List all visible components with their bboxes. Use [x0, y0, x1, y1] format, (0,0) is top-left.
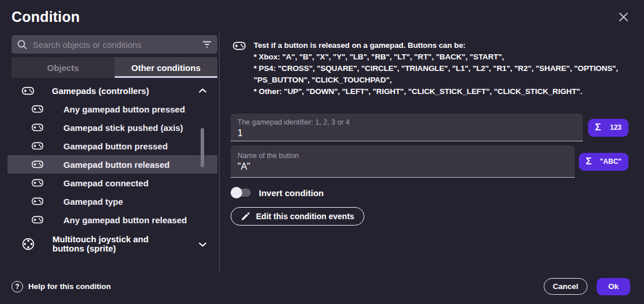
condition-item-gamepad-stick-pushed[interactable]: Gamepad stick pushed (axis) [7, 118, 217, 137]
expression-editor-button-123[interactable]: Σ 123 [588, 119, 628, 137]
gamepad-icon [233, 42, 246, 97]
gamepad-icon [32, 105, 44, 113]
button-name-row: Name of the button Σ "ABC" [231, 145, 632, 178]
field-label: The gamepad identifier: 1, 2, 3 or 4 [238, 118, 576, 126]
condition-item-any-gamepad-button-released[interactable]: Any gamepad button released [7, 211, 217, 229]
multitouch-joystick-icon [22, 238, 35, 250]
ok-button[interactable]: Ok [597, 278, 630, 295]
gamepad-icon [32, 216, 44, 224]
close-icon[interactable] [616, 10, 630, 24]
condition-item-any-gamepad-button-pressed[interactable]: Any gamepad button pressed [7, 100, 217, 118]
description-line: * Other: "UP", "DOWN", "LEFT", "RIGHT", … [254, 86, 618, 97]
invert-condition-row: Invert condition [231, 187, 632, 198]
dialog-body: Search objects or conditions Objects Oth… [0, 32, 644, 271]
condition-item-gamepad-type[interactable]: Gamepad type [7, 192, 217, 211]
gamepad-identifier-row: The gamepad identifier: 1, 2, 3 or 4 Σ 1… [231, 114, 632, 141]
chevron-down-icon[interactable] [198, 242, 207, 247]
dialog-header: Condition [0, 0, 644, 32]
description-line: * Xbox: "A", "B", "X", "Y", "LB", "RB", … [254, 51, 618, 63]
tab-other-conditions-label: Other conditions [131, 63, 201, 73]
expression-kind-label: "ABC" [600, 157, 622, 166]
scrollbar-thumb[interactable] [201, 128, 204, 167]
filter-icon[interactable] [202, 40, 212, 49]
gamepad-icon [32, 142, 44, 150]
tab-objects[interactable]: Objects [12, 57, 115, 78]
group-gamepads[interactable]: Gamepads (controllers) [7, 81, 217, 100]
gamepad-icon [32, 197, 44, 205]
help-label: Help for this condition [28, 282, 111, 291]
description-line: Test if a button is released on a gamepa… [254, 40, 618, 51]
condition-label: Gamepad button released [63, 160, 170, 170]
condition-editor: Test if a button is released on a gamepa… [220, 32, 644, 271]
footer-actions: Cancel Ok [544, 278, 630, 295]
edit-button-label: Edit this condition events [256, 212, 354, 221]
gamepad-identifier-input[interactable] [238, 128, 576, 138]
sigma-icon: Σ [595, 122, 601, 133]
help-link[interactable]: ? Help for this condition [12, 281, 111, 292]
edit-condition-events-button[interactable]: Edit this condition events [231, 207, 364, 226]
group-multitouch-joystick[interactable]: Multitouch joystick and buttons (sprite) [7, 231, 217, 257]
condition-item-gamepad-connected[interactable]: Gamepad connected [7, 174, 217, 192]
condition-dialog: Condition Search objects or conditions [0, 0, 644, 304]
parameter-fields: The gamepad identifier: 1, 2, 3 or 4 Σ 1… [231, 114, 632, 178]
button-name-input[interactable] [238, 162, 568, 172]
cancel-button[interactable]: Cancel [544, 278, 587, 295]
gamepad-icon [32, 160, 44, 168]
condition-label: Gamepad type [63, 197, 123, 207]
condition-item-gamepad-button-pressed[interactable]: Gamepad button pressed [7, 137, 217, 155]
group-label: Multitouch joystick and buttons (sprite) [52, 235, 182, 253]
toggle-thumb [231, 187, 242, 198]
help-icon: ? [12, 281, 23, 292]
condition-label: Gamepad button pressed [63, 141, 168, 151]
tab-objects-label: Objects [47, 63, 79, 73]
button-name-field: Name of the button [231, 145, 575, 178]
conditions-tree: Gamepads (controllers) Any gamepad butto… [7, 81, 217, 257]
group-label: Gamepads (controllers) [52, 86, 149, 96]
search-input[interactable]: Search objects or conditions [12, 35, 217, 54]
gamepad-icon [22, 87, 34, 95]
description-line: * PS4: "CROSS", "SQUARE", "CIRCLE", "TRI… [254, 63, 618, 74]
search-placeholder: Search objects or conditions [33, 40, 202, 50]
gamepad-icon [32, 123, 44, 132]
search-icon [17, 39, 28, 50]
expression-editor-button-abc[interactable]: Σ "ABC" [579, 153, 628, 171]
expression-kind-label: 123 [610, 123, 622, 132]
condition-label: Any gamepad button released [63, 215, 187, 225]
condition-label: Gamepad stick pushed (axis) [63, 123, 183, 133]
pencil-icon [241, 212, 250, 221]
field-label: Name of the button [238, 152, 568, 160]
chevron-up-icon[interactable] [198, 88, 207, 93]
tab-other-conditions[interactable]: Other conditions [115, 57, 218, 78]
description-text: Test if a button is released on a gamepa… [254, 40, 618, 97]
gamepad-icon [32, 179, 44, 187]
sigma-icon: Σ [586, 156, 592, 167]
sidebar-tabs: Objects Other conditions [12, 57, 217, 78]
dialog-footer: ? Help for this condition Cancel Ok [0, 271, 644, 304]
dialog-title: Condition [12, 9, 80, 25]
condition-label: Any gamepad button pressed [63, 104, 185, 114]
conditions-sidebar: Search objects or conditions Objects Oth… [0, 32, 220, 271]
invert-condition-label: Invert condition [259, 188, 324, 198]
gamepad-identifier-field: The gamepad identifier: 1, 2, 3 or 4 [231, 114, 583, 141]
condition-description: Test if a button is released on a gamepa… [231, 40, 632, 97]
condition-item-gamepad-button-released[interactable]: Gamepad button released [7, 155, 217, 174]
description-line: "PS_BUTTON", "CLICK_TOUCHPAD", [254, 74, 618, 86]
invert-condition-toggle[interactable] [231, 187, 252, 198]
condition-label: Gamepad connected [63, 178, 149, 188]
